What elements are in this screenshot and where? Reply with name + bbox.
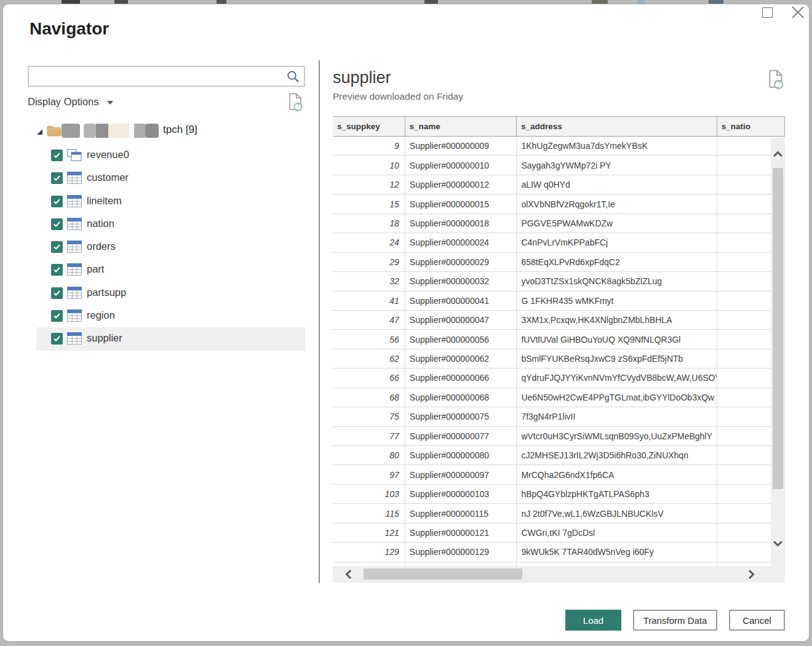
- cell-s_name: Supplier#000000115: [405, 504, 517, 522]
- checkbox-partsupp[interactable]: [51, 287, 63, 299]
- chevron-left-icon[interactable]: [344, 568, 354, 583]
- cell-s_suppkey: 9: [333, 137, 405, 155]
- search-box: [28, 66, 305, 87]
- tree-item-part[interactable]: part: [36, 258, 305, 281]
- column-header-s_name[interactable]: s_name: [405, 117, 517, 136]
- cell-s_suppkey: 80: [333, 446, 405, 465]
- cell-s_name: Supplier#000000012: [405, 175, 517, 194]
- tree-item-label: orders: [87, 241, 116, 252]
- preview-table-header: s_suppkeys_names_addresss_natio: [333, 116, 785, 137]
- checkbox-orders[interactable]: [51, 241, 63, 253]
- table-row: 18Supplier#000000018PGGVE5PWAMwKDZw: [333, 214, 785, 233]
- cell-s_suppkey: 75: [333, 407, 405, 426]
- column-header-s_suppkey[interactable]: s_suppkey: [333, 117, 405, 136]
- tree-item-revenue0[interactable]: revenue0: [36, 144, 305, 167]
- table-row: 32Supplier#000000032yvoD3TtZSx1skQNCK8ag…: [333, 272, 785, 291]
- table-row: 103Supplier#000000103hBpQ4GYblzpHKTgATLP…: [333, 485, 785, 504]
- close-button[interactable]: [790, 4, 806, 20]
- refresh-list-icon[interactable]: [287, 93, 304, 115]
- chevron-down-scroll-icon[interactable]: [772, 538, 784, 551]
- column-header-s_natio[interactable]: s_natio: [717, 117, 785, 136]
- tree-expand-icon[interactable]: [36, 127, 43, 138]
- cell-s_name: Supplier#000000029: [405, 253, 517, 271]
- pane-divider: [319, 60, 320, 583]
- table-icon: [67, 241, 82, 253]
- cell-s_address: Saygah3gYWMp72i PY: [517, 156, 717, 174]
- tree-item-region[interactable]: region: [36, 305, 305, 327]
- preview-title: supplier: [333, 68, 391, 87]
- cell-s_name: Supplier#000000041: [405, 292, 517, 310]
- preview-subtitle: Preview downloaded on Friday: [333, 91, 463, 102]
- checkbox-lineitem[interactable]: [51, 196, 63, 207]
- cell-s_suppkey: 56: [333, 330, 405, 348]
- refresh-preview-icon[interactable]: [767, 70, 785, 93]
- cell-s_address: fUVtlUVal GiHBOuYoUQ XQ9NfNLQR3Gl: [517, 330, 717, 348]
- cell-s_suppkey: 97: [333, 465, 405, 484]
- cell-s_name: Supplier#000000103: [405, 485, 517, 503]
- transform-data-button[interactable]: Transform Data: [633, 610, 717, 631]
- tree-item-supplier[interactable]: supplier: [36, 327, 305, 350]
- table-icon: [67, 309, 82, 322]
- checkbox-region[interactable]: [51, 310, 63, 322]
- chevron-right-icon[interactable]: [746, 568, 756, 583]
- horizontal-scroll-thumb[interactable]: [364, 568, 522, 580]
- cell-s_name: Supplier#000000129: [405, 543, 517, 561]
- search-input[interactable]: [33, 68, 282, 84]
- cell-s_suppkey: 115: [333, 504, 405, 522]
- table-row: 77Supplier#000000077wVtcr0uH3CyrSiWMLsqn…: [333, 427, 785, 446]
- cell-s_address: yvoD3TtZSx1skQNCK8agk5bZlZLug: [517, 272, 717, 290]
- vertical-scroll-thumb[interactable]: [773, 168, 783, 489]
- vertical-scrollbar[interactable]: [771, 137, 785, 583]
- cell-s_name: Supplier#000000097: [405, 465, 517, 484]
- cell-s_address: 3XM1x,Pcxqw,HK4XNlgbnZMbLhBHLA: [517, 311, 717, 329]
- cell-s_address: G 1FKHR435 wMKFmyt: [517, 292, 717, 310]
- cell-s_name: Supplier#000000032: [405, 272, 517, 290]
- maximize-button[interactable]: [762, 7, 773, 18]
- tree-item-partsupp[interactable]: partsupp: [36, 282, 305, 305]
- cell-s_address: PGGVE5PWAMwKDZw: [517, 214, 717, 233]
- tree-item-nation[interactable]: nation: [36, 213, 305, 236]
- table-row: 9Supplier#0000000091KhUgZegwM3ua7dsYmekY…: [333, 137, 785, 156]
- cell-s_address: nJ 2t0f7Ve,wL1,6WzGBJLNBUCKlsV: [517, 504, 717, 522]
- tree-item-label: region: [87, 309, 115, 321]
- cell-s_name: Supplier#000000024: [405, 233, 517, 252]
- cell-s_name: Supplier#000000080: [405, 446, 517, 465]
- checkbox-part[interactable]: [51, 264, 63, 276]
- tree-item-label: supplier: [87, 332, 122, 344]
- table-row: 129Supplier#0000001299kWUk5K 7TAR40dW5nV…: [333, 543, 785, 562]
- cell-s_suppkey: 10: [333, 156, 405, 174]
- cell-s_suppkey: 103: [333, 485, 405, 503]
- tree-item-label: revenue0: [87, 149, 129, 161]
- tree-item-orders[interactable]: orders: [36, 236, 305, 258]
- search-icon[interactable]: [286, 70, 301, 84]
- load-button[interactable]: Load: [565, 610, 621, 631]
- table-icon: [67, 287, 82, 299]
- tree-item-label: part: [87, 263, 104, 275]
- cell-s_address: CWGri,tKI 7gDcDsl: [517, 524, 717, 542]
- table-icon: [67, 172, 82, 184]
- tree-item-label: lineitem: [87, 195, 122, 207]
- column-header-s_address[interactable]: s_address: [517, 117, 717, 136]
- tree-root-database[interactable]: tpch [9]: [25, 122, 305, 140]
- cell-s_suppkey: 29: [333, 253, 405, 271]
- checkbox-supplier[interactable]: [51, 333, 63, 345]
- checkbox-customer[interactable]: [51, 172, 63, 184]
- cell-s_name: Supplier#000000056: [405, 330, 517, 348]
- cancel-button[interactable]: Cancel: [729, 610, 785, 631]
- cell-s_name: Supplier#000000068: [405, 388, 517, 407]
- checkbox-nation[interactable]: [51, 218, 63, 230]
- cell-s_address: hBpQ4GYblzpHKTgATLPAS6ph3: [517, 485, 717, 503]
- checkbox-revenue0[interactable]: [51, 150, 63, 161]
- tree-item-customer[interactable]: customer: [36, 167, 305, 189]
- cell-s_suppkey: 129: [333, 543, 405, 561]
- display-options-dropdown[interactable]: Display Options: [28, 96, 113, 108]
- chevron-up-icon[interactable]: [772, 150, 784, 162]
- tree-root-label: tpch [9]: [163, 124, 197, 136]
- tree-item-lineitem[interactable]: lineitem: [36, 190, 305, 213]
- horizontal-scrollbar[interactable]: [333, 566, 771, 583]
- cell-s_suppkey: 68: [333, 388, 405, 407]
- cell-s_address: wVtcr0uH3CyrSiWMLsqnB09Syo,UuZxPMeBghlY: [517, 427, 717, 445]
- table-row: 68Supplier#000000068Ue6N50wH2CwE4PPgTGLm…: [333, 388, 785, 407]
- cell-s_address: 658tEqXLPvRd6xpFdqC2: [517, 253, 717, 271]
- table-row: 97Supplier#000000097MrCQha2G6ndX1fp6CA: [333, 465, 785, 484]
